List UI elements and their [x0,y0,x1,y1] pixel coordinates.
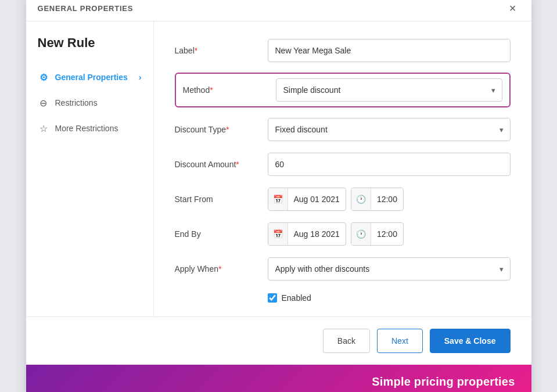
method-select[interactable]: Simple discount Advanced discount [276,78,502,102]
save-close-button[interactable]: Save & Close [430,329,511,353]
sidebar-title: New Rule [26,35,153,64]
discount-amount-label: Discount Amount* [175,160,268,169]
sidebar: New Rule ⚙ General Properties › ⊖ Restri… [26,21,154,317]
apply-when-select-wrapper: Apply with other discounts Apply alone ▾ [268,257,511,280]
end-by-time-field[interactable]: 🕐 12:00 [351,222,404,246]
label-field-label: Label* [175,46,268,55]
apply-when-label: Apply When* [175,264,268,274]
discount-amount-input[interactable] [268,153,511,176]
end-by-label: End By [175,229,268,239]
sidebar-item-general-properties[interactable]: ⚙ General Properties › [26,64,153,90]
discount-type-row: Discount Type* Fixed discount Percentage… [175,117,511,142]
sidebar-item-more-restrictions[interactable]: ☆ More Restrictions [26,116,153,141]
end-by-datetime-group: 📅 Aug 18 2021 🕐 12:00 [268,222,511,246]
sidebar-item-label: More Restrictions [55,124,142,133]
method-row: Method* Simple discount Advanced discoun… [175,73,511,107]
apply-when-row: Apply When* Apply with other discounts A… [175,256,511,282]
sidebar-item-label: General Properties [55,73,133,82]
chevron-right-icon: › [139,73,142,82]
banner-text: Simple pricing properties [372,375,515,388]
start-from-datetime-group: 📅 Aug 01 2021 🕐 12:00 [268,188,511,211]
start-from-time-value: 12:00 [371,195,403,204]
gear-icon: ⚙ [38,71,49,83]
label-required-star: * [195,46,197,55]
end-by-date-value: Aug 18 2021 [288,229,346,239]
start-from-time-field[interactable]: 🕐 12:00 [351,188,404,211]
enabled-checkbox-label: Enabled [282,293,311,303]
discount-type-select[interactable]: Fixed discount Percentage discount [268,118,511,141]
method-field-label: Method* [183,85,276,95]
discount-type-label: Discount Type* [175,125,268,134]
end-by-date-field[interactable]: 📅 Aug 18 2021 [268,222,346,246]
method-select-wrapper: Simple discount Advanced discount ▾ [276,78,502,102]
discount-type-required-star: * [226,125,229,134]
back-button[interactable]: Back [323,329,370,353]
next-button[interactable]: Next [377,329,423,353]
form-content: Label* Method* Simple discount Advanced … [154,21,531,317]
discount-type-select-wrapper: Fixed discount Percentage discount ▾ [268,118,511,141]
sidebar-item-label: Restrictions [55,98,142,107]
banner: Simple pricing properties [26,365,531,392]
end-by-time-value: 12:00 [371,229,403,239]
discount-amount-required-star: * [236,160,239,169]
modal-header: GENERAL PROPERTIES × [26,0,531,21]
start-from-label: Start From [175,195,268,204]
label-input[interactable] [268,39,511,62]
modal-container: GENERAL PROPERTIES × New Rule ⚙ General … [26,0,531,392]
enabled-checkbox-row: Enabled [268,293,511,303]
clock-icon: 🕐 [351,223,371,245]
discount-amount-row: Discount Amount* [175,152,511,177]
calendar-icon: 📅 [268,188,288,210]
start-from-date-field[interactable]: 📅 Aug 01 2021 [268,188,346,211]
modal-body: New Rule ⚙ General Properties › ⊖ Restri… [26,21,531,317]
apply-when-select[interactable]: Apply with other discounts Apply alone [268,257,511,280]
sidebar-item-restrictions[interactable]: ⊖ Restrictions [26,90,153,116]
close-button[interactable]: × [506,1,520,15]
minus-circle-icon: ⊖ [38,97,49,109]
modal-title: GENERAL PROPERTIES [38,4,134,13]
label-row: Label* [175,38,511,63]
apply-when-required-star: * [218,264,221,274]
modal-footer: Back Next Save & Close [26,317,531,365]
end-by-row: End By 📅 Aug 18 2021 🕐 12:00 [175,221,511,247]
enabled-checkbox[interactable] [268,293,277,303]
calendar-icon: 📅 [268,223,288,245]
start-from-date-value: Aug 01 2021 [288,195,346,204]
method-required-star: * [210,85,213,95]
star-icon: ☆ [38,123,49,134]
clock-icon: 🕐 [351,188,371,210]
start-from-row: Start From 📅 Aug 01 2021 🕐 12:00 [175,186,511,212]
